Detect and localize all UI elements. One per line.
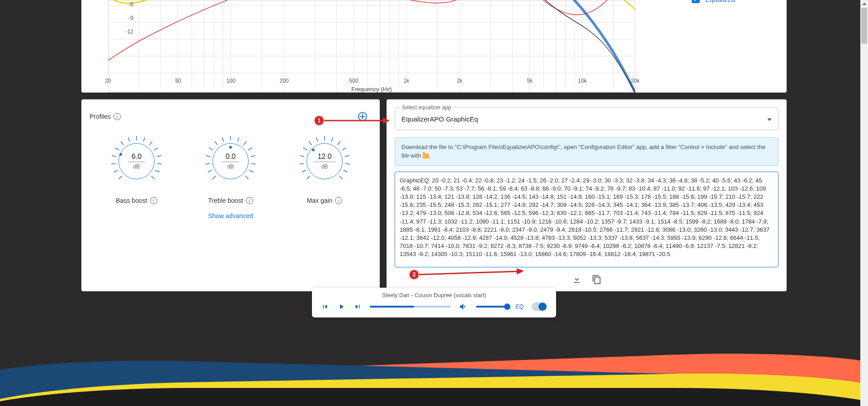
max-gain-unit: dB	[321, 163, 328, 170]
svg-marker-84	[383, 117, 390, 124]
bass-boost-label: Bass boost	[116, 197, 147, 204]
select-caption: Select equalizer app	[400, 104, 453, 111]
download-button[interactable]	[571, 274, 582, 285]
svg-line-40	[111, 163, 116, 164]
svg-marker-86	[517, 268, 524, 275]
show-advanced-link[interactable]: Show advanced	[90, 212, 372, 219]
svg-line-58	[215, 141, 217, 145]
svg-line-71	[300, 156, 304, 157]
svg-line-82	[340, 176, 343, 179]
player-track-title: Steely Dan - Cousin Dupree (vocals start…	[321, 292, 547, 299]
svg-line-73	[309, 141, 311, 145]
svg-line-41	[112, 156, 116, 157]
svg-line-43	[121, 141, 123, 145]
equalizer-app-card: Select equalizer app EqualizerAPO Graphi…	[387, 99, 787, 291]
annotation-badge-2: 2	[409, 270, 419, 280]
play-button[interactable]	[337, 303, 345, 311]
svg-line-72	[303, 148, 307, 150]
annotation-arrow-1	[324, 116, 390, 126]
graphic-eq-textarea[interactable]	[395, 172, 778, 267]
legend-label-equalized: Equalized	[705, 0, 735, 3]
profiles-card: Profiles i 6.0dB Bass boosti	[81, 99, 380, 291]
x-tick-20: 20	[105, 78, 111, 84]
svg-line-69	[302, 170, 306, 172]
x-tick-20k: 20k	[631, 78, 639, 84]
legend-item-equalized[interactable]: Equalized	[692, 0, 778, 3]
treble-boost-unit: dB	[227, 163, 234, 170]
y-tick-minus-12: -12	[122, 28, 133, 35]
svg-line-44	[128, 137, 130, 141]
instructions-text-suffix: .	[429, 152, 431, 159]
bass-boost-unit: dB	[133, 163, 140, 170]
bass-boost-knob[interactable]: 6.0dB	[107, 132, 166, 191]
svg-line-39	[114, 170, 118, 172]
x-tick-10k: 10k	[578, 78, 587, 84]
svg-line-49	[157, 156, 161, 157]
copy-button[interactable]	[591, 274, 602, 285]
svg-line-59	[222, 137, 224, 141]
y-tick-minus-9: -9	[122, 15, 133, 21]
chart-card: -6 -9 -12	[81, 0, 787, 93]
svg-line-68	[307, 176, 310, 179]
svg-line-76	[331, 137, 333, 141]
info-icon[interactable]: i	[150, 197, 157, 204]
info-icon[interactable]: i	[113, 113, 121, 120]
svg-line-50	[157, 163, 162, 164]
select-value: EqualizerAPO GraphicEq	[401, 115, 478, 123]
checkbox-icon[interactable]	[692, 0, 700, 3]
svg-line-81	[343, 170, 347, 172]
next-track-button[interactable]	[354, 303, 362, 311]
folder-icon	[423, 154, 429, 159]
svg-line-51	[155, 170, 159, 172]
svg-line-42	[115, 148, 119, 150]
svg-line-53	[212, 176, 216, 179]
select-equalizer-app-dropdown[interactable]: Select equalizer app EqualizerAPO Graphi…	[395, 107, 778, 130]
svg-line-56	[206, 156, 210, 157]
profiles-heading: Profiles	[90, 113, 111, 120]
svg-line-55	[205, 163, 210, 164]
svg-line-62	[244, 141, 246, 145]
svg-line-57	[209, 148, 213, 150]
svg-line-47	[150, 141, 152, 145]
instructions-info-box: Download the file to "C:\Program Files\E…	[395, 137, 778, 166]
treble-boost-label: Treble boost	[208, 197, 243, 204]
x-tick-5k: 5k	[527, 78, 533, 84]
chart-legend: Equalizer Equalized	[692, 0, 778, 7]
volume-slider[interactable]	[476, 306, 508, 308]
frequency-response-chart: -6 -9 -12	[108, 0, 635, 93]
svg-line-38	[118, 176, 122, 179]
svg-line-74	[316, 137, 318, 141]
treble-boost-value: 0.0	[222, 153, 239, 162]
info-icon[interactable]: i	[246, 197, 253, 204]
svg-line-63	[248, 148, 252, 150]
svg-line-66	[249, 170, 253, 172]
bass-boost-value: 6.0	[128, 153, 145, 162]
eq-toggle-switch[interactable]	[532, 302, 547, 311]
info-icon[interactable]: i	[335, 197, 342, 204]
scrollbar[interactable]	[860, 0, 868, 350]
svg-rect-36	[108, 0, 635, 93]
x-tick-200: 200	[279, 78, 288, 84]
svg-line-70	[299, 163, 304, 164]
seek-slider[interactable]	[370, 306, 451, 308]
audio-player: Steely Dan - Cousin Dupree (vocals start…	[312, 288, 556, 317]
x-tick-500: 500	[349, 78, 358, 84]
svg-line-64	[251, 156, 255, 157]
y-tick-minus-6: -6	[122, 1, 133, 8]
svg-line-61	[237, 137, 239, 141]
max-gain-knob[interactable]: 12.0dB	[295, 132, 354, 191]
volume-icon[interactable]	[459, 302, 468, 311]
treble-boost-knob[interactable]: 0.0dB	[201, 132, 260, 191]
chevron-down-icon	[767, 115, 772, 122]
eq-toggle-label: EQ	[516, 303, 524, 310]
max-gain-label: Max gain	[307, 197, 333, 204]
scrollbar-thumb[interactable]	[861, 8, 867, 44]
instructions-text: Download the file to "C:\Program Files\E…	[401, 144, 765, 159]
svg-line-77	[338, 141, 340, 145]
scroll-up-icon[interactable]	[860, 0, 868, 8]
x-tick-2k: 2k	[457, 78, 462, 84]
svg-line-54	[208, 170, 212, 172]
previous-track-button[interactable]	[321, 303, 329, 311]
svg-line-85	[419, 271, 517, 275]
svg-line-48	[154, 148, 158, 150]
